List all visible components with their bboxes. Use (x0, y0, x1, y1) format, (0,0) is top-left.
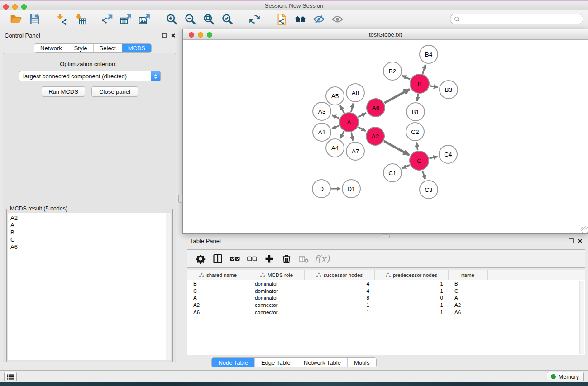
graph-node-A1[interactable]: A1 (312, 123, 331, 142)
table-cell[interactable]: A (449, 295, 488, 300)
column-header-name[interactable]: name (449, 270, 488, 280)
graph-node-A8[interactable]: A8 (346, 83, 365, 102)
table-cell[interactable]: 1 (375, 288, 449, 294)
select-all-icon[interactable] (226, 251, 244, 267)
home-view-icon[interactable] (291, 11, 310, 28)
columns-icon[interactable] (209, 251, 226, 267)
import-table-icon[interactable] (71, 11, 90, 28)
column-header-predecessor-nodes[interactable]: predecessor nodes (375, 270, 449, 280)
graph-node-D[interactable]: D (312, 179, 331, 198)
table-cell[interactable]: 8 (305, 295, 375, 300)
save-session-icon[interactable] (25, 11, 44, 28)
graph-edge[interactable] (422, 171, 425, 179)
vertical-splitter-handle[interactable] (178, 195, 182, 203)
table-cell[interactable]: A6 (449, 310, 488, 315)
table-cell[interactable]: 4 (305, 288, 375, 294)
graph-edge[interactable] (384, 141, 409, 155)
table-cell[interactable]: B (187, 281, 249, 286)
table-cell[interactable]: B (449, 281, 488, 286)
graph-node-C3[interactable]: C3 (419, 180, 438, 199)
table-row[interactable]: Bdominator41B (187, 280, 585, 287)
column-header-successor-nodes[interactable]: successor nodes (305, 270, 375, 280)
table-cell[interactable]: dominator (249, 281, 305, 286)
mcds-result-item[interactable]: B (8, 229, 171, 236)
graph-node-A7[interactable]: A7 (346, 142, 365, 161)
graph-edge[interactable] (402, 165, 410, 168)
show-graphics-details-icon[interactable] (328, 11, 347, 28)
table-cell[interactable]: connector (249, 302, 305, 308)
refresh-layout-icon[interactable] (245, 11, 264, 28)
table-cell[interactable]: connector (249, 310, 305, 315)
table-row[interactable]: A2connector11A2 (187, 301, 585, 309)
graph-edge[interactable] (402, 76, 411, 79)
table-cell[interactable]: 0 (375, 295, 449, 300)
table-cell[interactable]: 1 (305, 302, 375, 308)
zoom-selected-icon[interactable] (218, 11, 237, 28)
table-cell[interactable]: 1 (375, 302, 449, 308)
open-session-icon[interactable] (7, 11, 25, 28)
table-cell[interactable]: C (187, 288, 249, 294)
mcds-result-item[interactable]: A6 (8, 243, 171, 251)
graph-node-A4[interactable]: A4 (325, 138, 344, 157)
tab-select[interactable]: Select (93, 44, 122, 52)
memory-button[interactable]: Memory (547, 372, 584, 381)
float-table-panel-icon[interactable] (569, 238, 574, 243)
graph-node-D1[interactable]: D1 (342, 179, 361, 198)
graph-node-C2[interactable]: C2 (406, 122, 425, 141)
table-cell[interactable]: 1 (375, 310, 449, 315)
tab-network[interactable]: Network (34, 44, 68, 52)
tab-network-table[interactable]: Network Table (297, 358, 347, 367)
graph-node-B3[interactable]: B3 (439, 80, 458, 99)
table-cell[interactable]: 1 (305, 310, 375, 315)
zoom-fit-icon[interactable] (200, 11, 218, 28)
new-network-from-selection-icon[interactable] (272, 11, 291, 28)
graph-edge[interactable] (423, 65, 425, 74)
graph-edge[interactable] (332, 115, 339, 119)
criterion-dropdown[interactable]: largest connected component (directed) (19, 71, 161, 81)
graph-edge[interactable] (351, 133, 353, 141)
tab-edge-table[interactable]: Edge Table (254, 358, 297, 367)
graph-edge[interactable] (351, 104, 353, 112)
graph-node-A2[interactable]: A2 (366, 127, 385, 146)
float-panel-icon[interactable] (162, 33, 167, 38)
function-builder-icon[interactable]: f(x) (312, 253, 330, 264)
close-panel-icon[interactable] (171, 33, 176, 38)
graph-node-B4[interactable]: B4 (419, 45, 438, 64)
column-header-MCDS-role[interactable]: MCDS role (249, 270, 305, 280)
network-canvas[interactable]: B4B2BB3A8A5A6A3B1AC2A1A2A4A7C4CC1DD1C3 (183, 40, 588, 233)
task-history-button[interactable] (4, 372, 17, 381)
zoom-out-icon[interactable] (181, 11, 200, 28)
graph-node-A6[interactable]: A6 (366, 98, 385, 117)
list-scrollbar[interactable] (166, 213, 171, 360)
tab-node-table[interactable]: Node Table (212, 358, 254, 367)
gear-icon[interactable] (192, 251, 209, 267)
delete-table-icon[interactable] (295, 251, 312, 267)
resize-grip-icon[interactable] (581, 226, 588, 233)
graph-edge[interactable] (340, 105, 344, 113)
graph-edge[interactable] (417, 94, 418, 101)
graph-edge[interactable] (358, 127, 366, 131)
zoom-in-icon[interactable] (163, 11, 181, 28)
mcds-result-item[interactable]: A2 (8, 214, 171, 222)
graph-node-B2[interactable]: B2 (383, 62, 402, 81)
mcds-result-item[interactable]: A (8, 222, 171, 229)
graph-edge[interactable] (416, 143, 418, 150)
export-table-icon[interactable] (117, 11, 135, 28)
delete-icon[interactable] (278, 251, 295, 267)
hide-graphics-details-icon[interactable] (310, 11, 328, 28)
table-scrollbar[interactable] (579, 281, 584, 354)
search-input[interactable] (462, 15, 583, 23)
table-row[interactable]: Cdominator41C (187, 287, 585, 295)
table-row[interactable]: A6connector11A6 (187, 309, 585, 316)
tab-motifs[interactable]: Motifs (347, 358, 376, 367)
graph-node-C[interactable]: C (409, 151, 429, 171)
tab-mcds[interactable]: MCDS (122, 44, 151, 52)
table-cell[interactable]: A (187, 295, 249, 300)
graph-edge[interactable] (340, 131, 344, 138)
search-field[interactable] (450, 14, 583, 24)
table-row[interactable]: Adominator80A (187, 295, 585, 302)
table-cell[interactable]: A2 (187, 302, 249, 308)
export-image-icon[interactable] (135, 11, 154, 28)
table-cell[interactable]: dominator (249, 295, 305, 300)
column-header-shared-name[interactable]: shared name (187, 270, 249, 280)
